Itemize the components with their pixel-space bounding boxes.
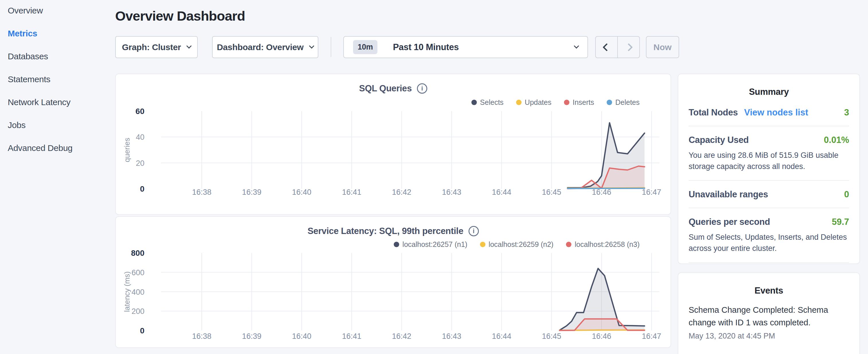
- sidebar-item-jobs[interactable]: Jobs: [8, 120, 72, 130]
- time-step-buttons: [595, 36, 640, 58]
- svg-text:16:44: 16:44: [492, 332, 512, 341]
- sidebar-item-statements[interactable]: Statements: [8, 74, 72, 85]
- chart-canvas[interactable]: 16:3816:3916:4016:4116:4216:4316:4416:45…: [116, 74, 672, 215]
- svg-text:16:45: 16:45: [542, 332, 561, 341]
- summary-row-queries-per-second: Queries per second 59.7 Sum of Selects, …: [689, 208, 849, 263]
- svg-text:16:39: 16:39: [242, 188, 261, 196]
- page-title: Overview Dashboard: [115, 8, 245, 24]
- sidebar-item-advanced-debug[interactable]: Advanced Debug: [8, 143, 72, 153]
- svg-text:16:46: 16:46: [592, 188, 611, 196]
- svg-text:0: 0: [140, 185, 145, 193]
- overview-dashboard-page: { "theme": { "page-bg":"#f4f6f9", "card-…: [0, 0, 868, 354]
- summary-row-value: 3: [844, 107, 849, 118]
- sidebar-item-network-latency[interactable]: Network Latency: [8, 97, 72, 107]
- event-list-item: Schema Change Completed: Schema change w…: [689, 304, 849, 341]
- svg-text:16:38: 16:38: [192, 332, 212, 341]
- svg-text:16:45: 16:45: [542, 188, 561, 196]
- summary-row-subtext: You are using 28.6 MiB of 515.9 GiB usab…: [689, 150, 849, 172]
- summary-row-label: Queries per second: [689, 217, 770, 227]
- events-panel: Events Schema Change Completed: Schema c…: [678, 272, 860, 354]
- sidebar-item-metrics[interactable]: Metrics: [8, 28, 72, 39]
- svg-text:400: 400: [131, 288, 145, 296]
- svg-text:60: 60: [135, 107, 145, 116]
- time-forward-button[interactable]: [617, 37, 639, 58]
- chevron-down-icon: [187, 43, 192, 49]
- svg-text:16:40: 16:40: [292, 332, 311, 341]
- svg-text:latency (ms): latency (ms): [123, 271, 131, 312]
- summary-row-value: 0: [844, 189, 849, 200]
- svg-text:16:44: 16:44: [492, 188, 512, 196]
- chart-canvas[interactable]: 16:3816:3916:4016:4116:4216:4316:4416:45…: [116, 217, 672, 349]
- svg-text:16:38: 16:38: [192, 188, 212, 196]
- svg-text:16:43: 16:43: [442, 188, 461, 196]
- sql-queries-chart-card: SQL Queries i SelectsUpdatesInsertsDelet…: [115, 74, 671, 215]
- svg-text:16:41: 16:41: [342, 332, 361, 341]
- svg-text:16:41: 16:41: [342, 188, 361, 196]
- time-back-button[interactable]: [596, 37, 617, 58]
- svg-text:16:43: 16:43: [442, 332, 461, 341]
- chevron-right-icon: [624, 43, 632, 51]
- chevron-down-icon: [574, 43, 579, 49]
- view-nodes-list-link[interactable]: View nodes list: [744, 107, 808, 118]
- events-title: Events: [689, 286, 849, 296]
- service-latency-chart-card: Service Latency: SQL, 99th percentile i …: [115, 216, 671, 348]
- svg-text:16:46: 16:46: [592, 332, 611, 341]
- svg-text:40: 40: [136, 133, 145, 141]
- svg-text:16:39: 16:39: [242, 332, 261, 341]
- time-range-label: Past 10 Minutes: [393, 42, 459, 53]
- summary-row-label: Capacity Used: [689, 135, 749, 145]
- dashboard-dropdown[interactable]: Dashboard: Overview: [212, 36, 318, 58]
- svg-text:600: 600: [131, 268, 145, 277]
- time-range-dropdown[interactable]: 10m Past 10 Minutes: [343, 36, 588, 58]
- summary-row-value: 59.7: [832, 217, 849, 227]
- svg-text:16:40: 16:40: [292, 188, 311, 196]
- summary-row-unavailable-ranges: Unavailable ranges 0: [689, 181, 849, 208]
- dashboard-dropdown-label: Dashboard: Overview: [217, 42, 304, 52]
- svg-text:800: 800: [131, 249, 145, 257]
- summary-row-total-nodes: Total Nodes View nodes list 3: [689, 99, 849, 126]
- svg-text:16:42: 16:42: [392, 188, 411, 196]
- sidebar-item-overview[interactable]: Overview: [8, 5, 72, 16]
- summary-row-label: Total Nodes: [689, 107, 738, 118]
- summary-row-label: Unavailable ranges: [689, 189, 768, 200]
- graph-dropdown[interactable]: Graph: Cluster: [115, 36, 198, 58]
- summary-row-capacity-used: Capacity Used 0.01% You are using 28.6 M…: [689, 126, 849, 181]
- summary-row-value: 0.01%: [824, 135, 849, 145]
- event-timestamp: May 13, 2020 at 4:45 PM: [689, 332, 849, 341]
- event-text: Schema Change Completed: Schema change w…: [689, 304, 849, 329]
- sidebar-item-databases[interactable]: Databases: [8, 51, 72, 62]
- now-button[interactable]: Now: [646, 36, 679, 58]
- summary-panel: Summary Total Nodes View nodes list 3 Ca…: [678, 74, 860, 264]
- time-range-badge: 10m: [353, 40, 377, 54]
- svg-text:200: 200: [131, 307, 145, 316]
- sidebar-nav: Overview Metrics Databases Statements Ne…: [8, 5, 72, 153]
- graph-dropdown-label: Graph: Cluster: [122, 42, 181, 52]
- summary-title: Summary: [689, 87, 849, 97]
- summary-row-subtext: Sum of Selects, Updates, Inserts, and De…: [689, 232, 849, 254]
- svg-text:20: 20: [136, 159, 145, 167]
- svg-text:16:47: 16:47: [642, 188, 661, 196]
- svg-text:0: 0: [140, 326, 145, 335]
- chevron-down-icon: [309, 43, 314, 49]
- svg-text:16:47: 16:47: [642, 332, 661, 341]
- chevron-left-icon: [602, 43, 610, 51]
- svg-text:queries: queries: [123, 138, 131, 162]
- controls-divider: [331, 37, 331, 57]
- svg-text:16:42: 16:42: [392, 332, 411, 341]
